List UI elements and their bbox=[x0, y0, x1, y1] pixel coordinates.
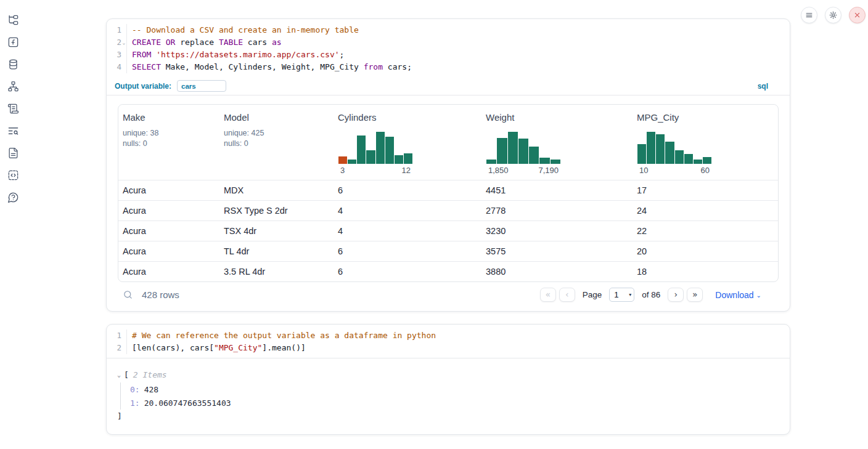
histogram-bar[interactable] bbox=[376, 132, 385, 164]
table-cell: 2778 bbox=[481, 206, 633, 216]
line-number: 2 bbox=[107, 36, 121, 49]
logs-search-icon[interactable] bbox=[7, 125, 19, 137]
column-label: Cylinders bbox=[338, 112, 478, 123]
table-cell: 3230 bbox=[481, 226, 633, 236]
code-line[interactable]: 3FROM 'https://datasets.marimo.app/cars.… bbox=[107, 49, 790, 61]
table-cell: Acura bbox=[118, 246, 219, 256]
column-histogram[interactable]: 312 bbox=[338, 132, 412, 175]
histogram-bar[interactable] bbox=[404, 153, 412, 164]
first-page-button[interactable]: « bbox=[540, 288, 556, 302]
code-token: "MPG_City" bbox=[214, 343, 262, 352]
table-header-row: Makeunique: 38nulls: 0Modelunique: 425nu… bbox=[118, 105, 778, 180]
table-cell: 17 bbox=[633, 185, 778, 195]
axis-min-label: 10 bbox=[639, 166, 648, 175]
histogram-bar[interactable] bbox=[539, 158, 549, 164]
column-header-weight[interactable]: Weight1,8507,190 bbox=[481, 105, 633, 180]
table-cell: 6 bbox=[334, 185, 481, 195]
help-icon[interactable] bbox=[7, 192, 19, 203]
page-label: Page bbox=[583, 290, 602, 299]
histogram-axis-labels: 1,8507,190 bbox=[486, 166, 560, 175]
histogram-bar[interactable] bbox=[357, 136, 366, 164]
download-button[interactable]: Download ⌄ bbox=[715, 290, 761, 300]
histogram-bar[interactable] bbox=[694, 160, 702, 164]
fold-spacer bbox=[121, 330, 127, 342]
snippets-icon[interactable] bbox=[7, 169, 19, 181]
scratchpad-scroll-icon[interactable] bbox=[7, 103, 19, 115]
histogram-bar[interactable] bbox=[385, 137, 394, 164]
histogram-bar[interactable] bbox=[518, 139, 528, 164]
column-header-mpg_city[interactable]: MPG_City1060 bbox=[633, 105, 778, 180]
histogram-bar[interactable] bbox=[675, 150, 684, 164]
page-select[interactable]: 1 ▾ bbox=[609, 288, 634, 302]
histogram-bar[interactable] bbox=[366, 150, 375, 164]
sql-code-editor[interactable]: 1-- Download a CSV and create an in-memo… bbox=[107, 19, 790, 77]
table-footer: 428 rows « ‹ Page 1 ▾ of 86 › » Download bbox=[118, 288, 779, 303]
chevron-down-icon: ⌄ bbox=[756, 292, 761, 299]
fold-spacer bbox=[121, 342, 127, 354]
histogram-bar[interactable] bbox=[486, 160, 496, 164]
functions-icon[interactable] bbox=[7, 36, 19, 48]
histogram-bar[interactable] bbox=[508, 132, 518, 164]
histogram-bar[interactable] bbox=[497, 138, 507, 164]
table-cell: 6 bbox=[334, 267, 481, 277]
output-variable-input[interactable] bbox=[177, 80, 226, 92]
collapse-chevron-icon[interactable]: ⌄ bbox=[117, 371, 124, 378]
histogram-bar[interactable] bbox=[529, 147, 539, 164]
code-line[interactable]: 4SELECT Make, Model, Cylinders, Weight, … bbox=[107, 61, 790, 73]
code-token: FROM bbox=[132, 50, 151, 59]
histogram-bar[interactable] bbox=[348, 160, 356, 164]
last-page-button[interactable]: » bbox=[687, 288, 703, 302]
histogram-bar[interactable] bbox=[637, 144, 646, 164]
histogram-bar[interactable] bbox=[395, 155, 403, 164]
column-histogram[interactable]: 1060 bbox=[637, 132, 711, 175]
file-tree-icon[interactable] bbox=[7, 14, 19, 26]
line-number: 1 bbox=[107, 330, 121, 342]
code-token: # We can reference the output variable a… bbox=[132, 331, 436, 340]
code-line[interactable]: 1-- Download a CSV and create an in-memo… bbox=[107, 24, 790, 36]
menu-button[interactable] bbox=[801, 7, 817, 23]
table-body: AcuraMDX6445117AcuraRSX Type S 2dr427782… bbox=[118, 180, 778, 281]
item-index: 1: bbox=[130, 398, 140, 408]
prev-page-button[interactable]: ‹ bbox=[559, 288, 575, 302]
close-button[interactable] bbox=[849, 7, 866, 23]
histogram-bar[interactable] bbox=[338, 156, 347, 164]
axis-max-label: 7,190 bbox=[538, 166, 559, 175]
code-text: SELECT Make, Model, Cylinders, Weight, M… bbox=[132, 61, 412, 73]
code-text: FROM 'https://datasets.marimo.app/cars.c… bbox=[132, 49, 344, 61]
table-cell: Acura bbox=[118, 185, 219, 195]
code-line[interactable]: 2[len(cars), cars["MPG_City"].mean()] bbox=[107, 342, 790, 354]
search-icon[interactable] bbox=[123, 289, 133, 300]
histogram-bar[interactable] bbox=[551, 160, 560, 164]
fold-chevron-icon[interactable]: ⌄ bbox=[121, 36, 127, 49]
histogram-bar[interactable] bbox=[684, 154, 693, 164]
python-code-editor[interactable]: 1# We can reference the output variable … bbox=[107, 325, 790, 358]
column-header-make[interactable]: Makeunique: 38nulls: 0 bbox=[118, 105, 219, 180]
tree-item: 1:20.060747663551403 bbox=[130, 396, 790, 410]
next-page-button[interactable]: › bbox=[668, 288, 684, 302]
code-line[interactable]: 1# We can reference the output variable … bbox=[107, 330, 790, 342]
stat-line: unique: 425 bbox=[224, 128, 330, 139]
table-cell: MDX bbox=[219, 185, 334, 195]
column-histogram[interactable]: 1,8507,190 bbox=[486, 132, 560, 175]
axis-max-label: 12 bbox=[402, 166, 411, 175]
code-line[interactable]: 2⌄CREATE OR replace TABLE cars as bbox=[107, 36, 790, 49]
histogram-bar[interactable] bbox=[656, 134, 665, 164]
histogram-bars bbox=[486, 132, 560, 164]
documentation-icon[interactable] bbox=[7, 147, 19, 159]
download-label: Download bbox=[715, 290, 753, 300]
column-header-cylinders[interactable]: Cylinders312 bbox=[334, 105, 481, 180]
histogram-bar[interactable] bbox=[703, 157, 711, 164]
code-token: Make, Model, Cylinders, Weight, MPG_City bbox=[161, 62, 364, 71]
dependency-graph-icon[interactable] bbox=[7, 81, 19, 92]
settings-button[interactable] bbox=[825, 7, 841, 23]
open-bracket: [ bbox=[124, 370, 129, 379]
sql-cell-output: Makeunique: 38nulls: 0Modelunique: 425nu… bbox=[107, 95, 790, 311]
histogram-bar[interactable] bbox=[665, 142, 674, 164]
table-cell: 6 bbox=[334, 246, 481, 256]
datasources-icon[interactable] bbox=[7, 59, 19, 70]
column-header-model[interactable]: Modelunique: 425nulls: 0 bbox=[219, 105, 334, 180]
table-cell: 24 bbox=[633, 206, 778, 216]
histogram-bar[interactable] bbox=[647, 132, 655, 164]
code-token: OR bbox=[166, 38, 176, 47]
fold-spacer bbox=[121, 61, 127, 73]
